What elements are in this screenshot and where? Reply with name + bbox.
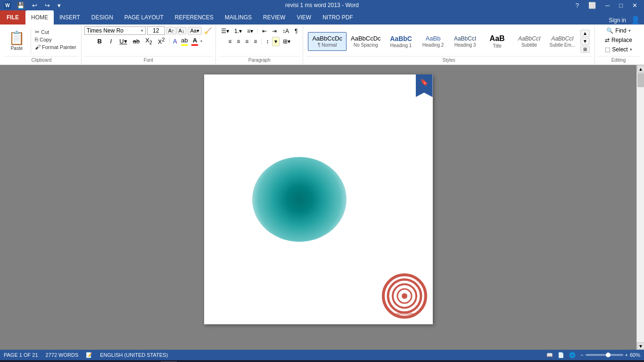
tab-design[interactable]: DESIGN (86, 10, 119, 25)
format-painter-button[interactable]: 🖌 Format Painter (33, 43, 78, 51)
tab-view[interactable]: VIEW (291, 10, 317, 25)
zoom-in-button[interactable]: + (625, 352, 628, 358)
bold-button[interactable]: B (94, 37, 105, 46)
styles-scroll-up[interactable]: ▲ (580, 30, 590, 37)
title-bar-controls: ? ⬜ ─ □ ✕ (573, 1, 640, 10)
scroll-thumb[interactable] (637, 73, 644, 87)
find-button[interactable]: 🔍 Find ▾ (603, 26, 633, 35)
styles-group-content: AaBbCcDc ¶ Normal AaBbCcDc No Spacing Aa… (308, 26, 590, 56)
font-row1: Times New Ro ▾ 12 A↑ A↓ Aa▾ 🧹 (84, 26, 213, 35)
zoom-controls[interactable]: − + 60% (580, 352, 640, 358)
superscript-button[interactable]: X2 (156, 36, 167, 46)
align-right-button[interactable]: ≡ (243, 37, 251, 46)
multilevel-list-button[interactable]: ≡▾ (245, 26, 256, 36)
title-bar: W 💾 ↩ ↪ ▾ revisi 1 ms word 2013 - Word ?… (0, 0, 644, 10)
tab-file[interactable]: FILE (0, 10, 25, 25)
zoom-out-button[interactable]: − (580, 352, 583, 358)
copy-icon: ⎘ (35, 36, 38, 43)
change-case-button[interactable]: Aa▾ (188, 27, 201, 35)
page-info: PAGE 1 OF 21 (4, 352, 38, 358)
align-center-button[interactable]: ≡ (234, 37, 242, 46)
style-subtitle[interactable]: AaBbCcI Subtitle (513, 32, 545, 51)
style-subtle-em[interactable]: AaBbCcI Subtle Em... (545, 32, 579, 51)
spell-check-icon[interactable]: 📝 (86, 352, 92, 358)
account-icon[interactable]: 👤 (631, 16, 640, 25)
zoom-percentage: 60% (630, 352, 640, 358)
sort-button[interactable]: ↕A (280, 26, 291, 36)
tab-nitro[interactable]: NITRO PDF (317, 10, 359, 25)
status-bar: PAGE 1 OF 21 2772 WORDS 📝 ENGLISH (UNITE… (0, 350, 644, 360)
zoom-slider[interactable] (586, 354, 623, 356)
align-left-button[interactable]: ≡ (226, 37, 234, 46)
tab-insert[interactable]: INSERT (54, 10, 86, 25)
word-count: 2772 WORDS (46, 352, 79, 358)
italic-button[interactable]: I (106, 37, 116, 46)
close-button[interactable]: ✕ (629, 1, 640, 10)
justify-button[interactable]: ≡ (251, 37, 259, 46)
maximize-button[interactable]: □ (616, 1, 626, 10)
style-heading2[interactable]: AaBb Heading 2 (417, 32, 449, 51)
tab-page-layout[interactable]: PAGE LAYOUT (119, 10, 169, 25)
strikethrough-button[interactable]: ab (131, 37, 142, 46)
word-icon: W (4, 1, 11, 9)
tab-row: FILE HOME INSERT DESIGN PAGE LAYOUT REFE… (0, 10, 644, 25)
font-size-decrease-button[interactable]: A↓ (177, 27, 187, 34)
paragraph-group-content: ☰▾ 1.▾ ≡▾ ⇤ ⇥ ↕A ¶ ≡ ≡ ≡ ≡ (219, 26, 300, 56)
undo-button[interactable]: ↩ (29, 1, 40, 10)
subscript-button[interactable]: X2 (143, 36, 155, 46)
tab-review[interactable]: REVIEW (257, 10, 291, 25)
style-title[interactable]: AaB Title (481, 32, 513, 51)
web-layout-icon[interactable]: 🌐 (569, 352, 576, 358)
line-spacing-button[interactable]: ↕ (264, 37, 271, 46)
print-layout-icon[interactable]: 📄 (558, 352, 564, 358)
borders-button[interactable]: ⊞▾ (281, 37, 293, 46)
sign-in-link[interactable]: Sign in (609, 17, 626, 24)
redo-button[interactable]: ↪ (42, 1, 53, 10)
style-no-spacing[interactable]: AaBbCcDc No Spacing (347, 32, 385, 51)
increase-indent-button[interactable]: ⇥ (270, 26, 279, 36)
font-color-arrow[interactable]: ▾ (200, 39, 202, 43)
clear-formatting-button[interactable]: 🧹 (203, 27, 213, 35)
show-formatting-button[interactable]: ¶ (292, 26, 300, 36)
font-color-button[interactable]: A (190, 36, 199, 46)
ribbon-display-button[interactable]: ⬜ (586, 1, 599, 10)
minimize-button[interactable]: ─ (603, 1, 612, 10)
bullets-button[interactable]: ☰▾ (219, 26, 231, 36)
text-highlight-button[interactable]: ab (180, 36, 189, 46)
tab-mailings[interactable]: MAILINGS (219, 10, 257, 25)
save-button[interactable]: 💾 (14, 1, 27, 10)
font-size-input[interactable]: 12 (147, 26, 165, 35)
text-effects-button[interactable]: A (172, 37, 179, 45)
customize-button[interactable]: ▾ (55, 1, 64, 10)
paste-button[interactable]: 📋 Paste (5, 26, 29, 56)
cut-button[interactable]: ✂ Cut (33, 28, 78, 36)
style-subtitle-text: AaBbCcI (518, 35, 540, 42)
tab-references[interactable]: REFERENCES (169, 10, 219, 25)
styles-gallery: AaBbCcDc ¶ Normal AaBbCcDc No Spacing Aa… (308, 32, 579, 51)
copy-button[interactable]: ⎘ Copy (33, 36, 78, 43)
style-heading1[interactable]: AaBbC Heading 1 (385, 32, 417, 51)
font-name-dropdown[interactable]: Times New Ro ▾ (84, 26, 146, 35)
paragraph-label: Paragraph (219, 56, 300, 64)
styles-scroll-down[interactable]: ▼ (580, 38, 590, 45)
styles-label: Styles (306, 56, 592, 64)
style-normal[interactable]: AaBbCcDc ¶ Normal (308, 32, 347, 51)
shading-button[interactable]: ▾ (272, 37, 280, 46)
underline-button[interactable]: U▾ (117, 37, 129, 46)
tab-home[interactable]: HOME (25, 10, 54, 25)
help-button[interactable]: ? (573, 1, 582, 10)
styles-more[interactable]: ⊞ (580, 46, 590, 53)
font-size-increase-button[interactable]: A↑ (166, 27, 176, 34)
vertical-scrollbar[interactable]: ▲ ▼ (636, 65, 644, 350)
document-canvas[interactable]: 🔖 KEPOLISIAN (0, 65, 636, 350)
numbering-button[interactable]: 1.▾ (232, 26, 244, 36)
style-title-label: Title (493, 43, 502, 49)
find-icon: 🔍 (606, 27, 613, 34)
select-button[interactable]: ⬚ Select ▾ (602, 45, 635, 54)
style-heading3[interactable]: AaBbCcI Heading 3 (449, 32, 481, 51)
scroll-down-button[interactable]: ▼ (637, 342, 644, 350)
replace-button[interactable]: ⇄ Replace (602, 36, 635, 44)
scroll-up-button[interactable]: ▲ (637, 65, 644, 73)
read-mode-icon[interactable]: 📖 (546, 352, 553, 358)
decrease-indent-button[interactable]: ⇤ (260, 26, 269, 36)
